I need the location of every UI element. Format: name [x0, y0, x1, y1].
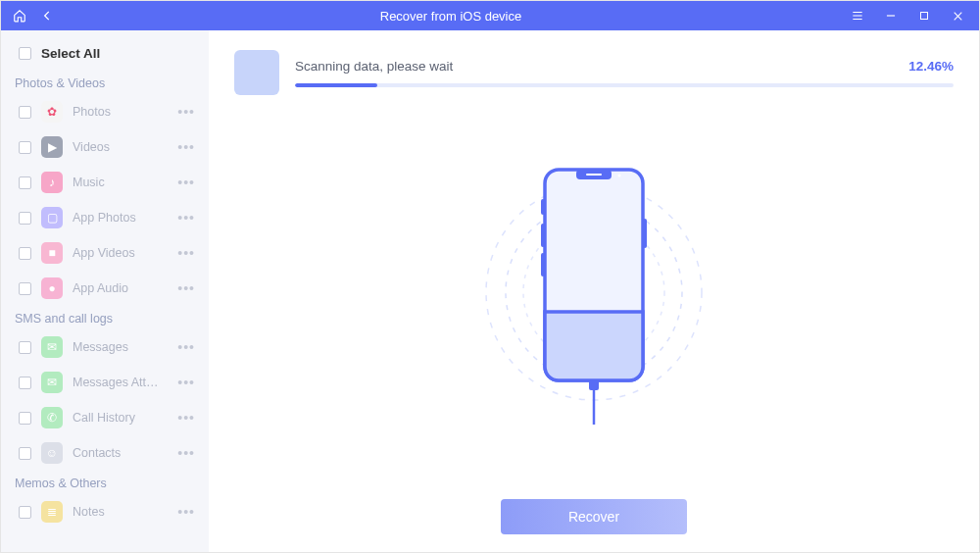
sidebar-item-call-history[interactable]: ✆Call History••• — [1, 400, 209, 435]
messages-attachments-icon: ✉ — [41, 372, 63, 393]
item-label: App Audio — [73, 281, 164, 295]
app-videos-icon: ■ — [41, 242, 63, 264]
item-label: Videos — [73, 140, 164, 154]
page-title: Recover from iOS device — [58, 9, 844, 24]
device-illustration — [234, 95, 954, 499]
item-label: Notes — [73, 505, 164, 519]
messages-icon: ✉ — [41, 336, 63, 358]
svg-point-6 — [618, 175, 621, 177]
more-icon[interactable]: ••• — [173, 410, 199, 426]
item-checkbox[interactable] — [19, 377, 31, 389]
item-checkbox[interactable] — [19, 506, 31, 519]
svg-rect-14 — [589, 380, 599, 390]
sidebar-item-app-audio[interactable]: ●App Audio••• — [1, 271, 209, 306]
section-title: Photos & Videos — [1, 71, 209, 94]
call-history-icon: ✆ — [41, 407, 63, 428]
item-checkbox[interactable] — [19, 106, 31, 119]
titlebar: Recover from iOS device — [1, 1, 979, 30]
menu-icon[interactable] — [844, 5, 871, 26]
scan-percent: 12.46% — [908, 59, 954, 74]
app-audio-icon: ● — [41, 277, 63, 299]
sidebar-item-app-photos[interactable]: ▢App Photos••• — [1, 200, 209, 235]
select-all-checkbox[interactable] — [19, 47, 31, 60]
sidebar-item-contacts[interactable]: ☺Contacts••• — [1, 435, 209, 471]
select-all-label: Select All — [41, 46, 100, 61]
item-label: Music — [73, 176, 164, 189]
item-label: Messages — [73, 340, 164, 354]
item-checkbox[interactable] — [19, 412, 31, 425]
item-checkbox[interactable] — [19, 212, 31, 225]
more-icon[interactable]: ••• — [173, 339, 199, 355]
select-all-row[interactable]: Select All — [1, 38, 209, 71]
item-label: Photos — [73, 105, 164, 119]
sidebar-item-messages-attachments[interactable]: ✉Messages Attachments••• — [1, 365, 209, 400]
more-icon[interactable]: ••• — [173, 375, 199, 390]
more-icon[interactable]: ••• — [173, 280, 199, 296]
more-icon[interactable]: ••• — [173, 139, 199, 155]
section-title: SMS and call logs — [1, 306, 209, 329]
more-icon[interactable]: ••• — [173, 210, 199, 226]
sidebar-item-app-videos[interactable]: ■App Videos••• — [1, 235, 209, 271]
sidebar-item-music[interactable]: ♪Music••• — [1, 165, 209, 200]
contacts-icon: ☺ — [41, 442, 63, 464]
more-icon[interactable]: ••• — [173, 504, 199, 520]
item-label: Call History — [73, 411, 164, 425]
recover-button[interactable]: Recover — [501, 499, 687, 534]
scan-thumbnail — [234, 50, 279, 95]
svg-rect-12 — [541, 253, 545, 276]
more-icon[interactable]: ••• — [173, 445, 199, 461]
svg-rect-7 — [586, 174, 602, 176]
item-checkbox[interactable] — [19, 341, 31, 354]
section-title: Memos & Others — [1, 471, 209, 494]
item-checkbox[interactable] — [19, 282, 31, 295]
more-icon[interactable]: ••• — [173, 104, 199, 120]
sidebar: Select All Photos & Videos✿Photos•••▶Vid… — [1, 30, 209, 552]
app-photos-icon: ▢ — [41, 207, 63, 228]
svg-rect-0 — [921, 13, 928, 20]
progress-fill — [295, 83, 377, 87]
maximize-icon[interactable] — [910, 5, 938, 26]
notes-icon: ≣ — [41, 501, 63, 523]
progress-bar — [295, 83, 954, 87]
svg-rect-10 — [541, 199, 545, 215]
main-panel: Scanning data, please wait 12.46% — [209, 30, 979, 552]
sidebar-item-photos[interactable]: ✿Photos••• — [1, 94, 209, 129]
minimize-icon[interactable] — [877, 5, 905, 26]
item-checkbox[interactable] — [19, 447, 31, 460]
music-icon: ♪ — [41, 172, 63, 193]
videos-icon: ▶ — [41, 136, 63, 158]
close-icon[interactable] — [944, 5, 971, 26]
home-icon[interactable] — [9, 5, 30, 26]
photos-icon: ✿ — [41, 101, 63, 123]
scan-status-text: Scanning data, please wait — [295, 59, 453, 74]
sidebar-item-messages[interactable]: ✉Messages••• — [1, 329, 209, 365]
scan-status-row: Scanning data, please wait 12.46% — [234, 50, 954, 95]
svg-rect-13 — [643, 219, 647, 248]
item-checkbox[interactable] — [19, 176, 31, 189]
item-label: Contacts — [73, 446, 164, 460]
back-icon[interactable] — [36, 5, 58, 26]
item-checkbox[interactable] — [19, 247, 31, 260]
item-label: Messages Attachments — [73, 376, 164, 389]
item-checkbox[interactable] — [19, 141, 31, 154]
more-icon[interactable]: ••• — [173, 245, 199, 261]
more-icon[interactable]: ••• — [173, 175, 199, 190]
sidebar-item-notes[interactable]: ≣Notes••• — [1, 494, 209, 529]
svg-rect-11 — [541, 224, 545, 247]
sidebar-item-videos[interactable]: ▶Videos••• — [1, 129, 209, 165]
item-label: App Photos — [73, 211, 164, 225]
item-label: App Videos — [73, 246, 164, 260]
